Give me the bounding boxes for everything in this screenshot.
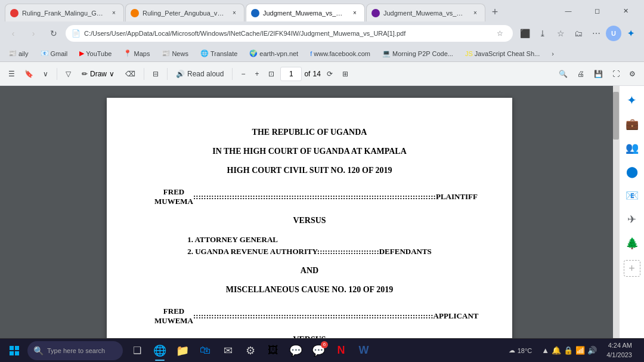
workspaces-button[interactable]: ⬛ xyxy=(516,25,533,42)
photos-taskbar-button[interactable]: 🖼 xyxy=(262,340,284,361)
browser-tab-3[interactable]: Judgment_Muwema_vs_URA[1].p... × xyxy=(246,4,365,21)
tab-close-1[interactable]: × xyxy=(109,8,119,18)
bookmark-favicon: 💻 xyxy=(382,49,391,57)
messenger-taskbar-button[interactable]: 💬 xyxy=(285,340,306,361)
vpn-icon[interactable]: 🔒 xyxy=(564,346,573,355)
more-pdf-button[interactable]: ⚙ xyxy=(626,66,639,82)
browser-actions: ⬛ ⤓ ☆ 🗂 ⋯ U ✦ xyxy=(516,25,639,42)
whatsapp-taskbar-button[interactable]: 💬 6 xyxy=(308,340,329,361)
windows-logo-icon xyxy=(10,346,19,355)
copilot-sidebar-button[interactable]: ✦ xyxy=(623,91,642,110)
read-aloud-button[interactable]: 🔊 Read aloud xyxy=(172,66,227,82)
bookmark-label: JavaScript Cheat Sh... xyxy=(475,50,540,57)
add-extension-button[interactable]: + xyxy=(624,260,640,277)
settings-icon: ⚙ xyxy=(246,344,255,357)
bookmark-js[interactable]: JS JavaScript Cheat Sh... xyxy=(462,49,543,58)
back-button[interactable]: ‹ xyxy=(5,25,21,42)
tab-close-3[interactable]: × xyxy=(350,8,360,18)
messenger-icon: 💬 xyxy=(289,344,302,357)
collections-button[interactable]: 🗂 xyxy=(570,25,587,42)
taskbar-search-bar[interactable]: 🔍 Type here to search xyxy=(27,341,123,360)
sidebar-toggle-button[interactable]: ☰ xyxy=(5,66,18,82)
bookmark-morning[interactable]: 💻 Morning P2P Code... xyxy=(379,48,457,58)
bookmark-news[interactable]: 📰 News xyxy=(158,48,192,58)
close-button[interactable]: ✕ xyxy=(612,0,639,21)
bookmark-maps[interactable]: 📍 Maps xyxy=(120,48,153,58)
edge-taskbar-button[interactable]: 🌐 xyxy=(149,340,171,361)
draw-button[interactable]: ✏ Draw ∨ xyxy=(77,66,119,82)
show-desktop-button[interactable] xyxy=(637,340,642,361)
defendant-2-name: UGANDA REVENUE AUTHORITY xyxy=(195,247,317,256)
bookmark-label: www.facebook.com xyxy=(314,50,370,57)
pdf-scrollbar[interactable] xyxy=(613,86,619,338)
send-sidebar-button[interactable]: ✈ xyxy=(623,210,642,229)
tab-close-2[interactable]: × xyxy=(230,8,239,18)
profile-avatar[interactable]: U xyxy=(606,26,621,41)
task-view-button[interactable]: ❑ xyxy=(126,340,148,361)
volume-icon[interactable]: 🔊 xyxy=(587,346,597,355)
notifications-icon[interactable]: 🔔 xyxy=(552,346,561,355)
browser-tab-1[interactable]: Ruling_Frank_Malingu_Gashumba... × xyxy=(5,4,124,21)
select-tool-button[interactable]: ▽ xyxy=(62,66,75,82)
defendant-2-dots: :::::::::::::::::::::::: xyxy=(317,247,379,256)
zoom-out-button[interactable]: − xyxy=(237,66,249,82)
start-button[interactable] xyxy=(2,340,26,361)
bookmark-more[interactable]: › xyxy=(548,49,558,58)
copilot-button[interactable]: ✦ xyxy=(623,25,639,42)
store-taskbar-button[interactable]: 🛍 xyxy=(194,340,216,361)
tray-chevron-icon[interactable]: ▲ xyxy=(541,346,549,355)
new-tab-button[interactable]: + xyxy=(487,4,503,20)
favorites-button[interactable]: ☆ xyxy=(552,25,569,42)
refresh-button[interactable]: ⟳ xyxy=(323,66,336,82)
explorer-taskbar-button[interactable]: 📁 xyxy=(172,340,193,361)
clock[interactable]: 4:24 AM 4/1/2023 xyxy=(603,341,636,360)
outlook-sidebar-button[interactable]: 📧 xyxy=(623,186,642,205)
weather-widget[interactable]: ☁ 18°C xyxy=(505,346,536,354)
print-button[interactable]: 🖨 xyxy=(574,66,588,82)
browser-tab-4[interactable]: Judgment_Muwema_vs_URA[1].p... × xyxy=(366,4,485,21)
minimize-button[interactable]: — xyxy=(555,0,582,21)
eraser-button[interactable]: ⌫ xyxy=(122,66,139,82)
tab-close-4[interactable]: × xyxy=(470,8,480,18)
bookmark-facebook[interactable]: f www.facebook.com xyxy=(306,49,374,58)
scrollbar-thumb[interactable] xyxy=(613,92,619,140)
page-display-button[interactable]: ⊟ xyxy=(149,66,162,82)
bookmark-earthvpn[interactable]: 🌍 earth-vpn.net xyxy=(246,48,302,58)
tree-sidebar-button[interactable]: 🌲 xyxy=(623,234,642,253)
bookmark-translate[interactable]: 🌐 Translate xyxy=(197,48,241,58)
bookmark-youtube[interactable]: ▶ YouTube xyxy=(76,48,115,58)
url-bar[interactable]: 📄 C:/Users/User/AppData/Local/Microsoft/… xyxy=(66,25,513,42)
briefcase-sidebar-button[interactable]: 💼 xyxy=(623,115,642,134)
circle-sidebar-button[interactable]: ⬤ xyxy=(623,162,642,181)
file-icon: 📄 xyxy=(72,29,80,38)
pdf-container[interactable]: THE REPUBLIC OF UGANDA IN THE HIGH COURT… xyxy=(0,86,619,338)
total-pages: 14 xyxy=(312,70,320,78)
mail-taskbar-button[interactable]: ✉ xyxy=(217,340,239,361)
settings-taskbar-button[interactable]: ⚙ xyxy=(240,340,261,361)
bookmark-aily[interactable]: 📰 aily xyxy=(5,48,32,58)
fit-page-button[interactable]: ⊡ xyxy=(265,66,278,82)
network-icon[interactable]: 📶 xyxy=(575,346,585,355)
browser-tab-2[interactable]: Ruling_Peter_Angubua_v_Housin... × xyxy=(125,4,244,21)
downloads-button[interactable]: ⤓ xyxy=(534,25,551,42)
star-icon[interactable]: ☆ xyxy=(493,26,507,41)
more-button[interactable]: ⋯ xyxy=(588,25,605,42)
forward-button[interactable]: › xyxy=(25,25,42,42)
current-time: 4:24 AM xyxy=(606,341,632,350)
reload-button[interactable]: ↻ xyxy=(45,25,62,42)
people-sidebar-button[interactable]: 👥 xyxy=(623,138,642,157)
bookmark-tool-button[interactable]: 🔖 xyxy=(21,66,37,82)
two-page-button[interactable]: ⊞ xyxy=(339,66,352,82)
fullscreen-button[interactable]: ⛶ xyxy=(609,66,623,82)
netflix-taskbar-button[interactable]: N xyxy=(330,340,352,361)
restore-button[interactable]: ◻ xyxy=(583,0,611,21)
save-button[interactable]: 💾 xyxy=(590,66,606,82)
pdf-subtitle: IN THE HIGH COURT OF UGANDA AT KAMPALA xyxy=(154,147,465,156)
chevron-button[interactable]: ∨ xyxy=(39,66,52,82)
search-pdf-button[interactable]: 🔍 xyxy=(555,66,571,82)
word-taskbar-button[interactable]: W xyxy=(353,340,374,361)
bookmark-gmail[interactable]: 📧 Gmail xyxy=(37,48,72,58)
plaintiff-role: PLAINTIFF xyxy=(436,192,478,202)
zoom-in-button[interactable]: + xyxy=(251,66,262,82)
page-number-input[interactable] xyxy=(280,67,302,81)
